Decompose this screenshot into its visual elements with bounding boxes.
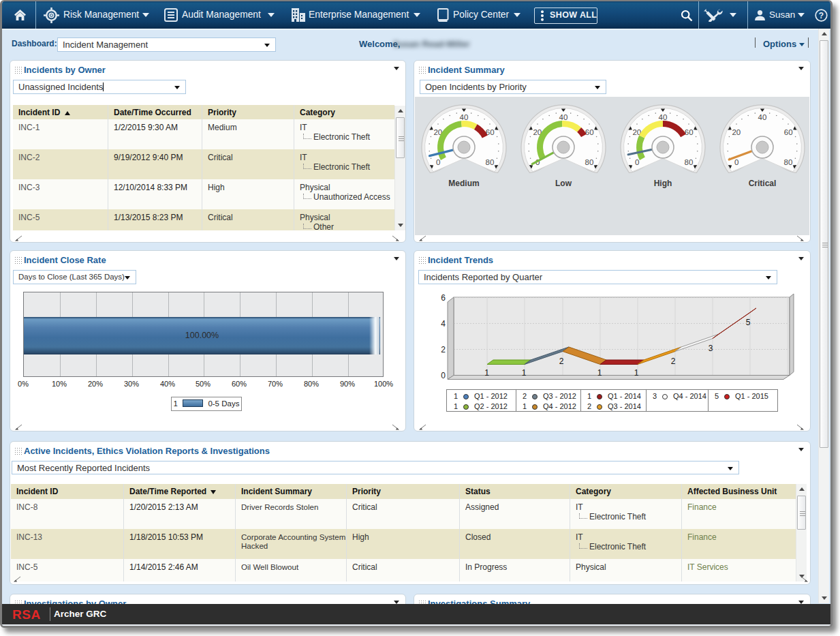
svg-text:80: 80 [486, 158, 495, 166]
svg-text:20: 20 [732, 128, 741, 136]
svg-text:40: 40 [460, 113, 469, 121]
svg-text:80: 80 [585, 158, 594, 166]
svg-text:Low: Low [555, 179, 572, 188]
svg-text:80: 80 [685, 158, 694, 166]
svg-text:40: 40 [659, 113, 668, 121]
svg-text:2: 2 [671, 357, 676, 366]
svg-text:5: 5 [746, 318, 751, 327]
svg-text:0: 0 [441, 371, 446, 380]
svg-text:1: 1 [634, 368, 639, 378]
svg-text:?: ? [819, 11, 824, 20]
svg-text:Medium: Medium [448, 179, 479, 188]
svg-text:60: 60 [685, 128, 694, 136]
svg-text:4: 4 [441, 319, 446, 329]
svg-text:1: 1 [484, 368, 489, 378]
svg-text:40: 40 [559, 113, 568, 121]
svg-text:2: 2 [559, 357, 564, 366]
svg-text:80: 80 [784, 158, 793, 166]
svg-text:1: 1 [597, 368, 602, 378]
svg-text:0: 0 [734, 158, 738, 166]
svg-text:2: 2 [441, 345, 446, 354]
svg-text:High: High [654, 179, 672, 188]
svg-text:Critical: Critical [749, 179, 777, 188]
svg-text:3: 3 [709, 344, 713, 353]
svg-text:0: 0 [635, 158, 639, 166]
svg-text:0: 0 [436, 158, 440, 166]
svg-text:40: 40 [758, 113, 767, 121]
svg-text:60: 60 [784, 128, 793, 136]
svg-text:1: 1 [522, 368, 527, 378]
svg-text:60: 60 [585, 128, 594, 136]
svg-text:6: 6 [441, 293, 446, 303]
